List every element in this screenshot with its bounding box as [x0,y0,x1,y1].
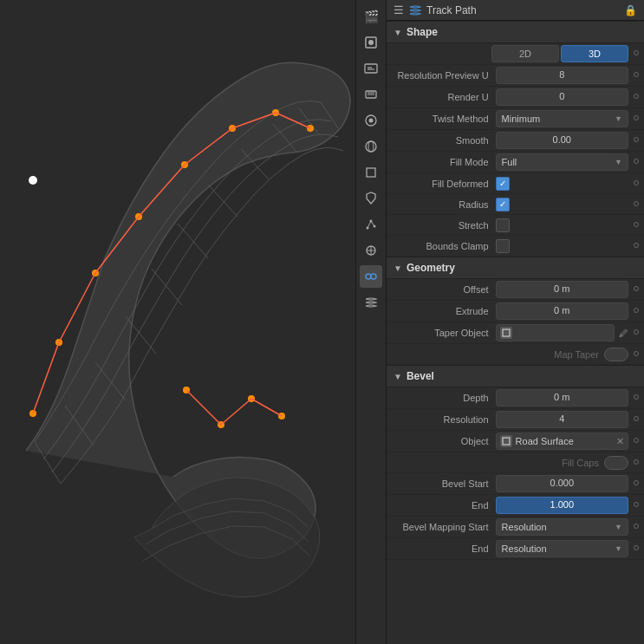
bevel-mapping-end-arrow: ▼ [615,544,622,553]
fill-caps-label: Fill Caps [562,458,599,468]
physics-icon[interactable] [360,239,382,262]
bevel-end-field[interactable]: 1.000 [496,497,628,514]
lock-icon[interactable]: 🔒 [624,4,637,16]
mode-toggle-group[interactable]: 2D 3D [491,45,628,62]
bevel-mapping-end-label: End [394,543,496,554]
stretch-row: Stretch [387,215,644,236]
fill-deformed-row: Fill Deformed [387,173,644,194]
bevel-object-field[interactable]: Road Surface ✕ [496,433,628,450]
bevel-start-label: Bevel Start [394,478,496,489]
shape-section-header[interactable]: ▼ Shape [387,21,644,43]
fill-caps-toggle[interactable] [604,456,628,470]
svg-rect-28 [367,168,375,177]
twist-method-label: Twist Method [394,114,496,124]
fill-mode-label: Fill Mode [394,157,496,167]
resolution-preview-u-label: Resolution Preview U [394,70,496,81]
smooth-label: Smooth [394,135,496,146]
scene-props-icon[interactable] [360,109,382,132]
bevel-resolution-field[interactable]: 4 [496,411,628,428]
smooth-row: Smooth 0.00 [387,130,644,152]
menu-icon[interactable]: ☰ [394,3,404,16]
fill-mode-dropdown[interactable]: Full ▼ [496,153,628,171]
svg-point-17 [368,40,374,45]
bevel-mapping-end-row: End Resolution ▼ [387,538,644,560]
panel-header: ☰ Track Path 🔒 [387,0,644,21]
particles-icon[interactable] [360,213,382,236]
svg-line-33 [371,221,374,226]
twist-method-dropdown[interactable]: Minimum ▼ [496,110,628,127]
svg-rect-18 [365,64,377,73]
shape-arrow-icon: ▼ [394,28,402,37]
geometry-section-label: Geometry [407,262,455,274]
bevel-mapping-end-dropdown[interactable]: Resolution ▼ [496,540,628,557]
geometry-section-header[interactable]: ▼ Geometry [387,257,644,279]
svg-point-27 [368,141,374,152]
bevel-end-row: End 1.000 [387,495,644,517]
data-icon[interactable] [360,291,382,314]
svg-point-15 [29,176,37,185]
bevel-object-icon [500,435,512,447]
svg-rect-40 [503,438,510,445]
map-taper-toggle[interactable] [604,348,628,361]
mode-2d-button[interactable]: 2D [491,45,559,62]
view-layer-icon[interactable] [360,83,382,106]
stretch-checkbox[interactable] [496,218,510,232]
scene-icon[interactable]: 🎬 [360,5,382,28]
resolution-preview-u-row: Resolution Preview U 8 [387,65,644,87]
svg-point-37 [366,274,371,279]
render-u-field[interactable]: 0 [496,88,628,106]
bevel-end-label: End [394,500,496,511]
eyedropper-icon[interactable]: 🖉 [619,328,628,338]
stretch-label: Stretch [394,220,496,231]
svg-rect-39 [503,329,510,336]
render-u-label: Render U [394,92,496,102]
twist-method-row: Twist Method Minimum ▼ [387,108,644,130]
bevel-section-header[interactable]: ▼ Bevel [387,365,644,387]
viewport-3d[interactable] [0,0,355,644]
bevel-start-field[interactable]: 0.000 [496,475,628,492]
geometry-arrow-icon: ▼ [394,263,402,273]
extrude-field[interactable]: 0 m [496,302,628,320]
resolution-preview-u-field[interactable]: 8 [496,67,628,84]
taper-object-label: Taper Object [394,328,496,338]
taper-object-field[interactable] [496,324,615,342]
bounds-clamp-checkbox[interactable] [496,239,510,253]
properties-panel: ☰ Track Path 🔒 ▼ Shape 2D 3D Resolution … [387,0,644,644]
mode-3d-button[interactable]: 3D [561,45,628,62]
radius-label: Radius [394,199,496,210]
offset-label: Offset [394,284,496,295]
bevel-resolution-row: Resolution 4 [387,409,644,431]
render-icon[interactable] [360,31,382,54]
radius-row: Radius [387,194,644,215]
mode-toggle-row: 2D 3D [387,43,644,65]
radius-checkbox[interactable] [496,198,510,211]
modifier-icon[interactable] [360,187,382,210]
taper-object-icon [500,327,512,339]
bevel-start-row: Bevel Start 0.000 [387,473,644,495]
fill-caps-row: Fill Caps [387,452,644,473]
bounds-clamp-label: Bounds Clamp [394,241,496,251]
bevel-mapping-start-dropdown[interactable]: Resolution ▼ [496,518,628,536]
offset-row: Offset 0 m [387,279,644,301]
extrude-label: Extrude [394,306,496,316]
bevel-resolution-label: Resolution [394,414,496,425]
bevel-depth-field[interactable]: 0 m [496,389,628,407]
bevel-mapping-start-label: Bevel Mapping Start [394,522,496,532]
bevel-mapping-start-arrow: ▼ [615,523,622,531]
bevel-object-label: Object [394,436,496,446]
bevel-depth-label: Depth [394,393,496,403]
bevel-arrow-icon: ▼ [394,372,402,381]
bevel-section-label: Bevel [407,370,434,382]
extrude-row: Extrude 0 m [387,301,644,322]
constraints-icon[interactable] [360,265,382,288]
world-icon[interactable] [360,135,382,158]
fill-mode-row: Fill Mode Full ▼ [387,152,644,173]
object-icon[interactable] [360,161,382,184]
offset-field[interactable]: 0 m [496,281,628,298]
bevel-depth-row: Depth 0 m [387,387,644,409]
data-type-icon [409,4,421,16]
bevel-object-clear[interactable]: ✕ [616,436,624,447]
fill-deformed-checkbox[interactable] [496,177,510,191]
output-icon[interactable] [360,57,382,80]
smooth-field[interactable]: 0.00 [496,132,628,149]
